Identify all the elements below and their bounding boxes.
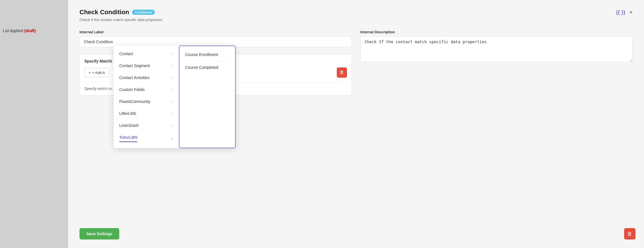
code-icon[interactable]: {{ }} (616, 9, 625, 15)
draft-badge: (draft) (24, 28, 36, 33)
trash-icon: 🗑 (340, 70, 344, 75)
menu-item-tutorlms-label: TutorLMS (119, 135, 137, 142)
check-condition-modal: Check Condition Conditional {{ }} × Chec… (68, 0, 644, 248)
menu-item-lifterlms[interactable]: LifterLMS › (114, 108, 179, 119)
modal-header: Check Condition Conditional {{ }} × (80, 9, 633, 16)
right-panel: Internal Description Check If the contac… (360, 30, 633, 96)
bottom-trash-icon: 🗑 (627, 231, 632, 237)
menu-item-segment-label: Contact Segment (119, 63, 150, 68)
add-button[interactable]: + + Add A (84, 68, 109, 77)
bottom-delete-button[interactable]: 🗑 (624, 228, 635, 239)
course-completed-label: Course Completed (185, 65, 218, 70)
menu-item-contact-activities[interactable]: Contact Activities › (114, 72, 179, 84)
internal-description-label: Internal Description (360, 30, 633, 34)
menu-item-learndash-label: LearnDash (119, 123, 139, 128)
left-sidebar (0, 0, 68, 248)
header-actions: {{ }} × (616, 9, 633, 15)
add-label: + Add A (92, 71, 105, 75)
chevron-icon-contact: › (172, 52, 173, 56)
submenu: Course Enrollment Course Completed (179, 46, 236, 148)
conditional-badge: Conditional (132, 10, 155, 15)
row-delete-button[interactable]: 🗑 (337, 67, 347, 78)
chevron-icon-fluent: › (172, 100, 173, 104)
menu-item-activities-label: Contact Activities (119, 75, 150, 80)
menu-item-custom-fields[interactable]: Custom Fields › (114, 84, 179, 96)
modal-title-row: Check Condition Conditional (80, 9, 155, 16)
list-applied-label: List Applied (3, 28, 23, 33)
modal-title: Check Condition (80, 9, 129, 16)
chevron-icon-activities: › (172, 76, 173, 80)
internal-description-input[interactable]: Check If the contact match specific data… (360, 36, 633, 62)
menu-item-contact[interactable]: Contact › (114, 48, 179, 60)
plus-icon: + (89, 71, 91, 75)
submenu-item-enrollment[interactable]: Course Enrollment (179, 48, 235, 61)
close-button[interactable]: × (629, 9, 633, 15)
menu-item-fluent-label: FluentCommunity (119, 99, 150, 104)
chevron-icon-segment: › (172, 64, 173, 68)
chevron-icon-learndash: › (172, 123, 173, 127)
internal-label-label: Internal Label (80, 30, 352, 34)
menu-item-tutorlms[interactable]: TutorLMS › (114, 131, 179, 146)
menu-item-custom-label: Custom Fields (119, 87, 145, 92)
list-applied-section: List Applied (draft) (3, 28, 36, 33)
condition-label: Specify which co... (84, 86, 115, 91)
submenu-item-completed[interactable]: Course Completed (179, 61, 235, 74)
chevron-icon-custom: › (172, 88, 173, 92)
chevron-icon-tutorlms: › (172, 137, 173, 141)
chevron-icon-lifter: › (172, 111, 173, 115)
menu-item-contact-label: Contact (119, 51, 133, 56)
menu-list: Contact › Contact Segment › Contact Acti… (114, 46, 179, 148)
menu-item-lifter-label: LifterLMS (119, 111, 136, 116)
menu-item-contact-segment[interactable]: Contact Segment › (114, 60, 179, 72)
menu-item-fluent[interactable]: FluentCommunity › (114, 96, 179, 108)
modal-subtitle: Check If the contact match specific data… (80, 18, 633, 22)
course-enrollment-label: Course Enrollment (185, 52, 218, 57)
save-settings-button[interactable]: Save Settings (80, 228, 119, 239)
menu-item-learndash[interactable]: LearnDash › (114, 119, 179, 131)
dropdown-menu: Contact › Contact Segment › Contact Acti… (114, 46, 236, 148)
